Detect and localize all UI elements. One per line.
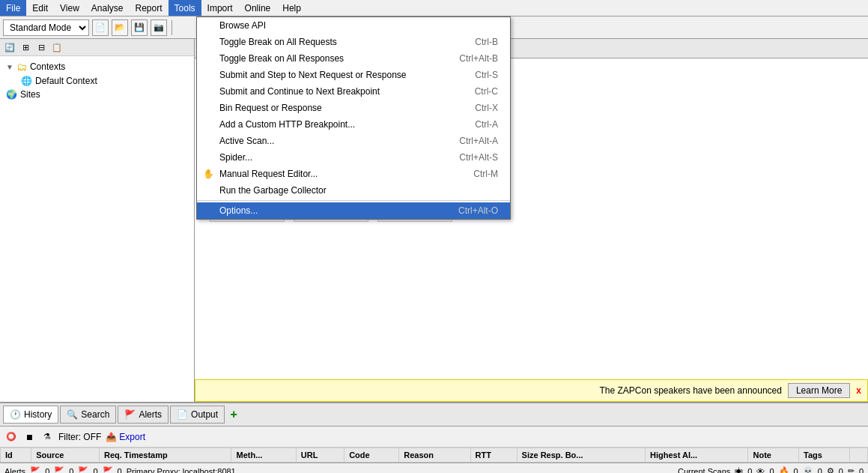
- new-session-btn[interactable]: 📄: [92, 19, 109, 36]
- export-icon: 📤: [106, 432, 117, 442]
- menu-sep: [197, 200, 510, 201]
- menu-edit[interactable]: Edit: [26, 0, 54, 16]
- history-tab-icon: 🕐: [10, 409, 21, 420]
- col-reason: Reason: [399, 448, 470, 463]
- col-code: Code: [345, 448, 399, 463]
- expand-btn[interactable]: ⊞: [19, 40, 32, 54]
- menu-manual-request-editor[interactable]: ✋ Manual Request Editor... Ctrl-M: [197, 166, 510, 182]
- menu-add-http-breakpoint[interactable]: Add a Custom HTTP Breakpoint... Ctrl-A: [197, 116, 510, 133]
- table-container: Id Source Req. Timestamp Meth... URL Cod…: [0, 448, 868, 463]
- menu-spider[interactable]: Spider... Ctrl+Alt-S: [197, 149, 510, 166]
- spider-icon: 🕷: [735, 467, 743, 474]
- mode-select[interactable]: Standard Mode Safe Mode Protected Mode A…: [3, 19, 89, 36]
- eye-icon: 👁: [756, 467, 765, 474]
- collapse-btn[interactable]: ⊟: [34, 40, 48, 54]
- col-id: Id: [1, 448, 31, 463]
- menu-submit-step[interactable]: Submit and Step to Next Request or Respo…: [197, 67, 510, 83]
- close-notification-btn[interactable]: x: [856, 385, 861, 396]
- menubar: File Edit View Analyse Report Tools Impo…: [0, 0, 868, 16]
- col-rtt: RTT: [470, 448, 517, 463]
- menu-view[interactable]: View: [54, 0, 85, 16]
- filter-bar: ⭕ ⏹ ⚗ Filter: OFF 📤 Export: [0, 427, 868, 448]
- menu-file[interactable]: File: [0, 0, 26, 16]
- save-session-btn[interactable]: 💾: [131, 19, 148, 36]
- alert-blue-count: 0: [118, 467, 122, 474]
- tab-alerts[interactable]: 🚩 Alerts: [118, 406, 169, 424]
- learn-more-btn[interactable]: Learn More: [788, 383, 850, 398]
- output-tab-label: Output: [191, 409, 218, 420]
- tab-search[interactable]: 🔍 Search: [60, 406, 116, 424]
- alert-orange-icon: 🚩: [54, 466, 64, 473]
- filter-icon-btn[interactable]: ⚗: [40, 430, 54, 444]
- menu-submit-continue[interactable]: Submit and Continue to Next Breakpoint C…: [197, 83, 510, 100]
- folder-icon: 🗂: [16, 61, 27, 73]
- proxy-text: Primary Proxy: localhost:8081: [127, 467, 236, 474]
- tab-history[interactable]: 🕐 History: [3, 406, 58, 424]
- expand-arrow: ▼: [6, 63, 13, 71]
- refresh-btn[interactable]: 🔄: [3, 40, 16, 54]
- menu-toggle-break-requests[interactable]: Toggle Break on All Requests Ctrl-B: [197, 34, 510, 50]
- menu-online[interactable]: Online: [239, 0, 277, 16]
- col-highest-alert: Highest Al...: [645, 448, 748, 463]
- menu-analyse[interactable]: Analyse: [85, 0, 130, 16]
- status-left: Alerts 🚩 0 🚩 0 🚩 0 🚩 0 Primary Proxy: lo…: [4, 466, 672, 473]
- search-tab-label: Search: [81, 409, 109, 420]
- snapshot-btn[interactable]: 📷: [151, 19, 167, 36]
- alerts-tab-label: Alerts: [139, 409, 162, 420]
- tree-contexts[interactable]: ▼ 🗂 Contexts: [3, 59, 191, 74]
- alert-orange-count: 0: [69, 467, 73, 474]
- menu-toggle-break-responses[interactable]: Toggle Break on All Responses Ctrl+Alt-B: [197, 50, 510, 67]
- menu-bin-request[interactable]: Bin Request or Response Ctrl-X: [197, 100, 510, 116]
- tree-sites[interactable]: 🌍 Sites: [3, 88, 191, 101]
- col-source: Source: [31, 448, 100, 463]
- alert-red-count: 0: [45, 467, 49, 474]
- stop-btn[interactable]: ⏹: [22, 430, 36, 444]
- tab-output[interactable]: 📄 Output: [170, 406, 225, 424]
- default-context-label: Default Context: [35, 76, 97, 86]
- open-session-btn[interactable]: 📂: [112, 19, 128, 36]
- col-timestamp: Req. Timestamp: [99, 448, 231, 463]
- col-note: Note: [748, 448, 799, 463]
- export-label: Export: [119, 432, 145, 442]
- menu-report[interactable]: Report: [130, 0, 169, 16]
- col-size: Size Resp. Bo...: [517, 448, 645, 463]
- alerts-tab-icon: 🚩: [124, 409, 136, 420]
- alert-yellow-icon: 🚩: [78, 466, 88, 473]
- tree-area: ▼ 🗂 Contexts 🌐 Default Context 🌍 Sites: [0, 56, 194, 402]
- menu-options[interactable]: Options... Ctrl+Alt-O: [197, 202, 510, 219]
- col-extra: [850, 448, 868, 463]
- col-method: Meth...: [231, 448, 296, 463]
- sep1: [172, 20, 172, 35]
- bottom-tabs: 🕐 History 🔍 Search 🚩 Alerts 📄 Output +: [0, 403, 868, 427]
- output-tab-icon: 📄: [177, 409, 188, 420]
- tools-dropdown-menu: Browse API Toggle Break on All Requests …: [196, 16, 511, 220]
- sites-icon: 🌍: [6, 89, 17, 100]
- col-tags: Tags: [799, 448, 850, 463]
- menu-import[interactable]: Import: [201, 0, 239, 16]
- contexts-label: Contexts: [30, 61, 65, 72]
- tree-default-context[interactable]: 🌐 Default Context: [3, 74, 191, 88]
- add-tab-btn[interactable]: +: [226, 407, 241, 422]
- status-right: Current Scans 🕷0 👁0 🔥0 💀0 ⚙0 ✏0: [678, 466, 864, 473]
- filter-circle-btn[interactable]: ⭕: [4, 430, 18, 444]
- alert-yellow-count: 0: [93, 467, 97, 474]
- notification-text: The ZAPCon speakers have been announced: [201, 385, 782, 396]
- menu-active-scan[interactable]: Active Scan... Ctrl+Alt-A: [197, 133, 510, 149]
- alerts-status-label: Alerts: [4, 467, 25, 474]
- menu-garbage-collector[interactable]: Run the Garbage Collector: [197, 182, 510, 199]
- status-bar: Alerts 🚩 0 🚩 0 🚩 0 🚩 0 Primary Proxy: lo…: [0, 463, 868, 473]
- alert-flag-icon: 🚩: [30, 466, 40, 473]
- history-tab-label: History: [24, 409, 52, 420]
- menu-help[interactable]: Help: [276, 0, 307, 16]
- filter-status: Filter: OFF: [58, 432, 101, 442]
- search-tab-icon: 🔍: [67, 409, 78, 420]
- sites-label: Sites: [20, 89, 40, 100]
- export-btn[interactable]: 📤 Export: [106, 432, 145, 442]
- menu-tools[interactable]: Tools: [169, 0, 201, 16]
- history-table: Id Source Req. Timestamp Meth... URL Cod…: [0, 448, 868, 463]
- menu-browse-api[interactable]: Browse API: [197, 17, 510, 34]
- options-btn[interactable]: 📋: [50, 40, 64, 54]
- context-icon: 🌐: [21, 76, 32, 86]
- left-panel: 🔄 ⊞ ⊟ 📋 ▼ 🗂 Contexts 🌐 Default Context 🌍…: [0, 39, 195, 402]
- alert-blue-icon: 🚩: [103, 466, 113, 473]
